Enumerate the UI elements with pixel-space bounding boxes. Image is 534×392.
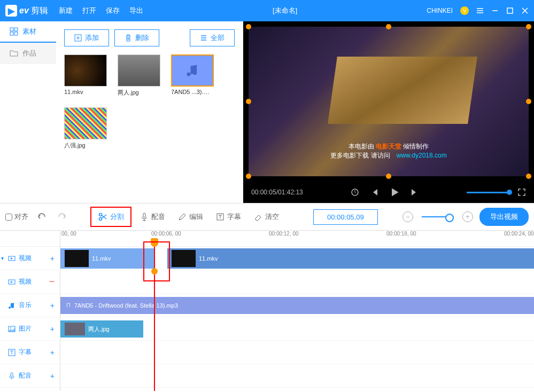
svg-rect-0	[507, 8, 513, 13]
track-video2[interactable]	[60, 270, 534, 294]
scissors-icon	[98, 212, 107, 222]
track-dub[interactable]	[60, 364, 534, 388]
collapse-icon[interactable]: ▾	[1, 255, 4, 261]
sidebar-label-works: 作品	[22, 49, 36, 58]
add-track-icon[interactable]: +	[50, 254, 55, 263]
pencil-icon	[178, 213, 187, 221]
filter-button[interactable]: 全部	[190, 29, 235, 46]
track-label-audio[interactable]: 音乐 +	[0, 294, 60, 317]
edit-button[interactable]: 编辑	[174, 210, 207, 224]
menu-export[interactable]: 导出	[129, 6, 143, 15]
undo-button[interactable]	[33, 208, 50, 225]
user-name[interactable]: CHINKEI	[427, 7, 453, 14]
trash-icon	[125, 34, 132, 42]
clip-audio[interactable]: 7AND5 - Driftwood (feat. Stella 13).mp3	[60, 297, 534, 314]
track-label-video2[interactable]: 视频 −	[0, 270, 60, 294]
mic-icon	[140, 213, 149, 221]
track-label-dub[interactable]: 配音 +	[0, 364, 60, 388]
clip-image[interactable]: 两人.jpg	[60, 320, 143, 338]
list-icon	[200, 34, 207, 42]
remove-track-icon[interactable]: −	[49, 276, 55, 287]
thumb-image2[interactable]: 八强.jpg	[64, 107, 107, 150]
svg-rect-4	[14, 32, 18, 35]
eraser-icon	[254, 213, 262, 221]
maximize-icon[interactable]	[506, 7, 514, 14]
time-display[interactable]: 00:00:05,09	[313, 209, 378, 225]
svg-point-14	[10, 327, 11, 328]
add-track-icon[interactable]: +	[50, 301, 55, 310]
add-button[interactable]: 添加	[64, 29, 109, 46]
align-checkbox[interactable]: 对齐	[5, 212, 28, 222]
sidebar-label-material: 素材	[22, 27, 36, 36]
music-icon	[8, 302, 16, 309]
track-label-image[interactable]: 图片 +	[0, 317, 60, 341]
playhead[interactable]	[154, 242, 155, 391]
track-image[interactable]: 两人.jpg	[60, 317, 534, 341]
add-track-icon[interactable]: +	[50, 348, 55, 357]
timeline: ▾ 视频 + 视频 − 音乐 + 图片 + 字幕 + 配音 +	[0, 231, 534, 391]
music-note-icon	[185, 63, 200, 78]
sidebar-item-material[interactable]: 素材	[0, 21, 56, 43]
export-button[interactable]: 导出视频	[479, 208, 529, 226]
grid-icon	[10, 27, 18, 36]
fullscreen-icon[interactable]	[517, 188, 526, 197]
svg-rect-9	[143, 213, 145, 217]
zoom-slider[interactable]	[422, 216, 454, 217]
play-icon[interactable]	[389, 187, 400, 198]
timeline-ruler[interactable]: 00, 00 00:00:06, 00 00:00:12, 00 00:00:1…	[60, 231, 534, 247]
thumb-video[interactable]: 11.mkv	[64, 54, 107, 97]
zoom-out-button[interactable]: −	[403, 211, 413, 222]
dub-button[interactable]: 配音	[136, 210, 169, 224]
mic-icon	[8, 372, 16, 380]
menu-icon[interactable]	[476, 7, 484, 14]
minimize-icon[interactable]	[491, 7, 499, 14]
track-audio[interactable]: 7AND5 - Driftwood (feat. Stella 13).mp3	[60, 294, 534, 317]
thumb-audio[interactable]: 7AND5 ...3).mp3	[171, 54, 214, 97]
delete-button[interactable]: 删除	[114, 29, 159, 46]
text-icon	[216, 213, 225, 221]
split-button[interactable]: 分割	[94, 210, 128, 224]
svg-rect-3	[10, 32, 13, 35]
text-icon	[8, 349, 16, 356]
app-name: 剪辑	[31, 5, 48, 17]
app-logo: ▶ ev剪辑	[5, 5, 48, 17]
next-icon[interactable]	[411, 188, 419, 197]
subtitle-button[interactable]: 字幕	[212, 210, 245, 224]
preview-canvas[interactable]: 本电影由 电影天堂 倾情制作 更多电影下载 请访问 www.dy2018.com	[249, 27, 529, 176]
thumb-image1[interactable]: 两人.jpg	[118, 54, 160, 97]
svg-rect-1	[10, 28, 13, 31]
sidebar-item-works[interactable]: 作品	[0, 43, 56, 64]
svg-rect-2	[14, 28, 18, 31]
close-icon[interactable]	[521, 7, 529, 14]
titlebar: ▶ ev剪辑 新建 打开 保存 导出 [未命名] CHINKEI V	[0, 0, 534, 21]
sidebar: 素材 作品	[0, 21, 56, 203]
vip-badge-icon: V	[460, 6, 469, 15]
track-label-video1[interactable]: ▾ 视频 +	[0, 247, 60, 270]
main-menu: 新建 打开 保存 导出	[59, 6, 143, 15]
menu-save[interactable]: 保存	[106, 6, 120, 15]
preview-subtitle: 本电影由 电影天堂 倾情制作 更多电影下载 请访问 www.dy2018.com	[249, 142, 529, 160]
video-icon	[8, 278, 16, 286]
clip-video2[interactable]: 11.mkv	[167, 248, 534, 269]
video-icon	[8, 255, 16, 262]
clear-button[interactable]: 清空	[250, 210, 283, 224]
preview-panel: 本电影由 电影天堂 倾情制作 更多电影下载 请访问 www.dy2018.com…	[243, 21, 534, 203]
loop-icon[interactable]	[351, 188, 359, 197]
preview-time: 00:00:05/01:42:13	[251, 189, 303, 196]
add-track-icon[interactable]: +	[50, 372, 55, 380]
zoom-in-button[interactable]: +	[462, 211, 473, 222]
menu-new[interactable]: 新建	[59, 6, 73, 15]
prev-icon[interactable]	[370, 188, 378, 197]
add-icon	[74, 34, 82, 42]
menu-open[interactable]: 打开	[82, 6, 96, 15]
track-label-subtitle[interactable]: 字幕 +	[0, 341, 60, 364]
volume-slider[interactable]	[467, 192, 509, 193]
edit-toolbar: 对齐 分割 配音 编辑 字幕 清空 00:00:05,09 − + 导出视频	[0, 203, 534, 231]
folder-icon	[10, 49, 18, 58]
add-track-icon[interactable]: +	[50, 325, 55, 333]
track-video1[interactable]: 11.mkv 11.mkv	[60, 247, 534, 270]
clip-video1[interactable]: 11.mkv	[60, 248, 154, 269]
logo-icon: ▶	[5, 5, 17, 17]
track-subtitle[interactable]	[60, 341, 534, 364]
redo-button[interactable]	[54, 208, 71, 225]
